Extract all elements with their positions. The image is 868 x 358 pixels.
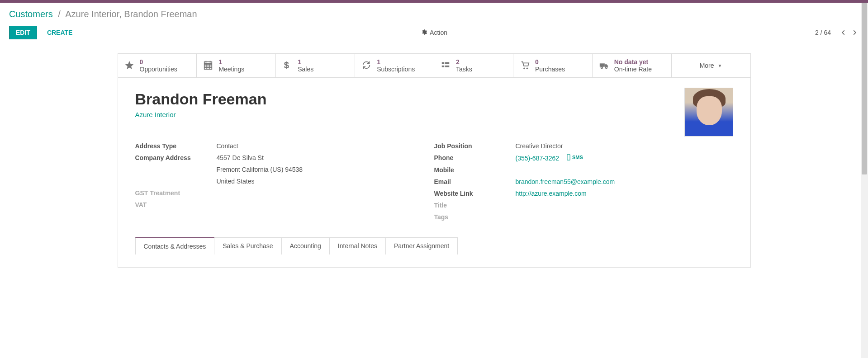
website-link[interactable]: http://azure.example.com: [516, 190, 587, 197]
tab-contacts[interactable]: Contacts & Addresses: [135, 237, 215, 254]
stat-num: No data yet: [614, 58, 652, 66]
street-value: 4557 De Silva St: [217, 154, 264, 161]
website-label: Website Link: [434, 190, 516, 197]
create-button[interactable]: CREATE: [47, 29, 73, 36]
stat-opportunities[interactable]: 0Opportunities: [118, 54, 197, 77]
stat-label: Purchases: [535, 66, 565, 73]
chevron-left-icon: [840, 29, 847, 36]
svg-rect-7: [600, 63, 605, 66]
caret-down-icon: ▼: [718, 63, 722, 68]
stat-label: Opportunities: [140, 66, 177, 73]
svg-point-6: [526, 67, 528, 69]
edit-button[interactable]: EDIT: [9, 26, 37, 39]
fields: Address TypeContact Company Address4557 …: [135, 140, 733, 223]
breadcrumb-current: Azure Interior, Brandon Freeman: [65, 9, 197, 19]
breadcrumb-separator: /: [58, 9, 61, 19]
stat-tasks[interactable]: 2Tasks: [434, 54, 513, 77]
address-type-value: Contact: [217, 142, 238, 150]
svg-rect-10: [567, 155, 570, 160]
gear-icon: [421, 29, 430, 37]
svg-rect-1: [442, 62, 445, 64]
city-value: Fremont California (US) 94538: [217, 166, 303, 173]
job-label: Job Position: [434, 142, 516, 150]
stat-label: Meetings: [218, 66, 244, 73]
stat-label: Sales: [298, 66, 313, 73]
tab-sales[interactable]: Sales & Purchase: [214, 237, 281, 254]
stat-purchases[interactable]: 0Purchases: [513, 54, 593, 77]
action-dropdown[interactable]: Action: [421, 29, 447, 37]
phone-label: Phone: [434, 154, 516, 162]
calendar-icon: [203, 60, 216, 71]
company-address-label: Company Address: [135, 154, 217, 161]
stat-subscriptions[interactable]: 1Subscriptions: [355, 54, 434, 77]
breadcrumb: Customers / Azure Interior, Brandon Free…: [9, 6, 859, 24]
svg-point-9: [605, 66, 607, 68]
tab-partner[interactable]: Partner Assignment: [385, 237, 458, 254]
content: 0Opportunities 1Meetings $ 1Sales 1Subsc…: [0, 53, 868, 268]
title-label: Title: [434, 202, 516, 209]
sms-button[interactable]: SMS: [566, 154, 583, 160]
stat-more[interactable]: More ▼: [672, 54, 750, 77]
tabs: Contacts & Addresses Sales & Purchase Ac…: [135, 237, 733, 254]
cart-icon: [520, 60, 532, 71]
svg-rect-2: [445, 62, 449, 64]
stat-bar: 0Opportunities 1Meetings $ 1Sales 1Subsc…: [118, 54, 750, 78]
pager-next[interactable]: [850, 28, 859, 37]
gst-label: GST Treatment: [135, 189, 217, 197]
stat-num: 1: [298, 58, 313, 66]
dollar-icon: $: [282, 60, 295, 71]
more-label: More: [700, 62, 714, 69]
mobile-label: Mobile: [434, 166, 516, 174]
stat-label: On-time Rate: [614, 66, 652, 73]
stat-meetings[interactable]: 1Meetings: [197, 54, 276, 77]
stat-num: 2: [456, 58, 472, 66]
job-value: Creative Director: [516, 142, 563, 150]
address-type-label: Address Type: [135, 142, 217, 150]
pager-text[interactable]: 2 / 64: [815, 29, 831, 36]
scrollbar-thumb[interactable]: [862, 3, 867, 174]
record-body: Brandon Freeman Azure Interior Address T…: [118, 78, 750, 267]
star-icon: [124, 60, 137, 71]
svg-text:$: $: [284, 60, 289, 70]
form-sheet: 0Opportunities 1Meetings $ 1Sales 1Subsc…: [118, 53, 751, 268]
stat-sales[interactable]: $ 1Sales: [276, 54, 355, 77]
phone-icon: [566, 154, 571, 160]
vertical-scrollbar[interactable]: [861, 3, 868, 268]
truck-icon: [599, 60, 612, 71]
svg-rect-3: [442, 65, 445, 67]
vat-label: VAT: [135, 201, 217, 208]
svg-rect-4: [445, 65, 449, 67]
breadcrumb-root[interactable]: Customers: [9, 9, 53, 19]
stat-label: Tasks: [456, 66, 472, 73]
chevron-right-icon: [851, 29, 858, 36]
stat-ontime[interactable]: No data yetOn-time Rate: [593, 54, 672, 77]
stat-num: 1: [377, 58, 415, 66]
tab-notes[interactable]: Internal Notes: [329, 237, 386, 254]
email-label: Email: [434, 178, 516, 185]
toolbar: EDIT CREATE Action 2 / 64: [9, 24, 859, 45]
company-link[interactable]: Azure Interior: [135, 111, 176, 118]
left-column: Address TypeContact Company Address4557 …: [135, 140, 434, 223]
stat-label: Subscriptions: [377, 66, 415, 73]
header: Customers / Azure Interior, Brandon Free…: [0, 3, 868, 45]
stat-num: 1: [218, 58, 244, 66]
action-label: Action: [430, 29, 447, 36]
stat-num: 0: [535, 58, 565, 66]
tasks-icon: [441, 60, 453, 71]
stat-num: 0: [140, 58, 177, 66]
tags-label: Tags: [434, 213, 516, 221]
email-link[interactable]: brandon.freeman55@example.com: [516, 178, 615, 185]
page-title: Brandon Freeman: [135, 90, 733, 108]
phone-link[interactable]: (355)-687-3262: [516, 155, 560, 162]
country-value: United States: [217, 178, 255, 185]
sms-label: SMS: [572, 155, 583, 160]
right-column: Job PositionCreative Director Phone (355…: [434, 140, 733, 223]
svg-point-8: [601, 66, 602, 68]
pager: 2 / 64: [815, 28, 859, 37]
pager-prev[interactable]: [839, 28, 848, 37]
avatar[interactable]: [684, 88, 733, 137]
avatar-face: [697, 96, 722, 125]
refresh-icon: [361, 60, 374, 71]
svg-point-5: [523, 67, 525, 69]
tab-accounting[interactable]: Accounting: [281, 237, 330, 254]
